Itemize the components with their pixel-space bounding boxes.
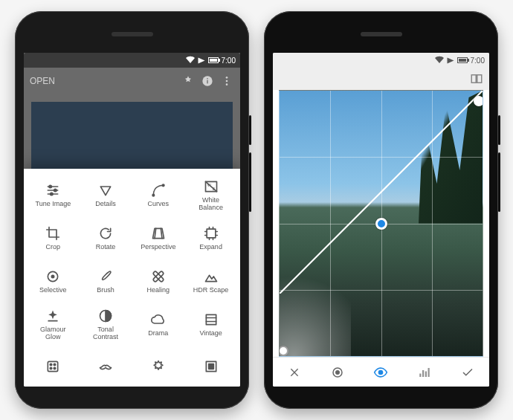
app-topbar: OPEN xyxy=(24,68,240,94)
glamour-glow-icon xyxy=(45,308,61,324)
tonal-contrast-icon xyxy=(97,308,114,324)
svg-rect-26 xyxy=(206,314,216,324)
svg-point-33 xyxy=(54,367,57,369)
svg-point-10 xyxy=(54,189,57,191)
screen-right: 7:00 xyxy=(273,53,489,387)
tool-vintage[interactable]: Vintage xyxy=(184,303,237,346)
wifi-icon xyxy=(435,56,444,65)
white-balance-icon: WB xyxy=(203,178,219,195)
channel-button[interactable] xyxy=(326,361,349,384)
tools-drawer: Tune ImageDetailsCurvesWBWhite BalanceCr… xyxy=(24,169,240,387)
tool-label: Glamour Glow xyxy=(40,326,66,340)
signal-icon xyxy=(447,57,454,63)
svg-rect-2 xyxy=(207,78,207,79)
vintage-icon xyxy=(203,311,219,328)
tool-label: Curves xyxy=(148,201,170,207)
svg-rect-35 xyxy=(208,364,213,369)
grunge-icon xyxy=(150,358,167,375)
tool-grunge[interactable] xyxy=(132,346,185,387)
clock: 7:00 xyxy=(222,56,236,65)
perspective-icon xyxy=(150,225,167,242)
open-button[interactable]: OPEN xyxy=(30,76,55,86)
curve-point-mid[interactable] xyxy=(375,218,387,230)
overflow-menu-icon[interactable] xyxy=(219,74,234,88)
tool-label: Drama xyxy=(148,330,168,337)
expand-icon xyxy=(203,225,219,242)
tone-curve[interactable] xyxy=(280,91,483,294)
healing-icon xyxy=(150,268,167,285)
curves-icon xyxy=(150,182,167,198)
editor-bottombar xyxy=(273,357,489,387)
svg-point-5 xyxy=(226,83,228,85)
svg-point-13 xyxy=(162,184,164,187)
tool-label: Brush xyxy=(97,287,114,294)
tool-label: Tonal Contrast xyxy=(93,326,118,340)
curve-point-shadow[interactable] xyxy=(279,346,288,356)
histogram-button[interactable] xyxy=(413,361,436,384)
close-button[interactable] xyxy=(283,361,306,384)
svg-point-12 xyxy=(152,194,155,196)
svg-rect-19 xyxy=(207,229,216,238)
visibility-button[interactable] xyxy=(369,361,393,384)
tool-glamour-glow[interactable]: Glamour Glow xyxy=(27,303,80,346)
tool-label: Selective xyxy=(39,287,67,294)
tool-curves[interactable]: Curves xyxy=(132,173,185,216)
image-canvas[interactable] xyxy=(279,90,483,357)
tool-tune-image[interactable]: Tune Image xyxy=(27,173,80,216)
tune-image-icon xyxy=(45,182,61,198)
svg-line-38 xyxy=(280,91,483,294)
svg-point-11 xyxy=(51,193,53,195)
tool-perspective[interactable]: Perspective xyxy=(132,216,185,259)
tool-rotate[interactable]: Rotate xyxy=(80,216,132,259)
svg-point-3 xyxy=(226,77,228,79)
tool-healing[interactable]: Healing xyxy=(132,259,185,303)
tool-expand[interactable]: Expand xyxy=(184,216,237,259)
tool-label: Vintage xyxy=(199,330,222,337)
phone-frame-right: 7:00 xyxy=(264,11,498,409)
battery-icon xyxy=(457,57,468,63)
status-bar: 7:00 xyxy=(273,53,489,68)
svg-text:W: W xyxy=(207,183,211,187)
svg-rect-1 xyxy=(207,80,207,84)
svg-point-41 xyxy=(379,370,383,374)
tool-label: Crop xyxy=(46,244,61,251)
tool-hdr-scape[interactable]: HDR Scape xyxy=(184,259,237,303)
tool-label: Healing xyxy=(147,287,170,294)
tool-grainy-film[interactable] xyxy=(27,346,80,387)
retrolux-icon xyxy=(97,358,114,375)
curve-point-highlight[interactable] xyxy=(474,96,483,106)
tool-brush[interactable]: Brush xyxy=(80,259,132,303)
bw-icon xyxy=(203,358,219,375)
tool-label: Rotate xyxy=(96,244,116,251)
tool-tonal-contrast[interactable]: Tonal Contrast xyxy=(80,303,132,346)
image-details-icon[interactable] xyxy=(181,74,196,88)
svg-rect-36 xyxy=(471,75,476,83)
tool-bw[interactable] xyxy=(184,346,237,387)
screen-left: 7:00 OPEN Tune ImageDetailsCurvesWBWhite… xyxy=(24,53,240,387)
drama-icon xyxy=(150,311,167,328)
svg-point-32 xyxy=(51,367,53,369)
svg-point-40 xyxy=(336,370,340,374)
svg-rect-37 xyxy=(477,75,482,83)
apply-button[interactable] xyxy=(456,361,480,384)
svg-point-9 xyxy=(49,185,51,187)
hdr-scape-icon xyxy=(203,268,219,285)
tool-drama[interactable]: Drama xyxy=(132,303,185,346)
tool-label: Perspective xyxy=(141,244,175,251)
compare-icon[interactable] xyxy=(470,72,483,85)
tool-crop[interactable]: Crop xyxy=(27,216,80,259)
tool-retrolux[interactable] xyxy=(80,346,132,387)
tool-selective[interactable]: Selective xyxy=(27,259,80,303)
selective-icon xyxy=(45,268,61,285)
tool-white-balance[interactable]: WBWhite Balance xyxy=(184,173,237,216)
editor-topbar xyxy=(273,68,489,90)
tools-grid: Tune ImageDetailsCurvesWBWhite BalanceCr… xyxy=(24,169,240,387)
brush-icon xyxy=(97,268,114,285)
tool-details[interactable]: Details xyxy=(80,173,132,216)
svg-point-4 xyxy=(226,80,228,83)
battery-icon xyxy=(208,57,219,63)
tool-label: HDR Scape xyxy=(193,287,229,294)
details-icon xyxy=(97,182,114,198)
info-icon[interactable] xyxy=(200,74,215,88)
crop-icon xyxy=(45,225,61,242)
